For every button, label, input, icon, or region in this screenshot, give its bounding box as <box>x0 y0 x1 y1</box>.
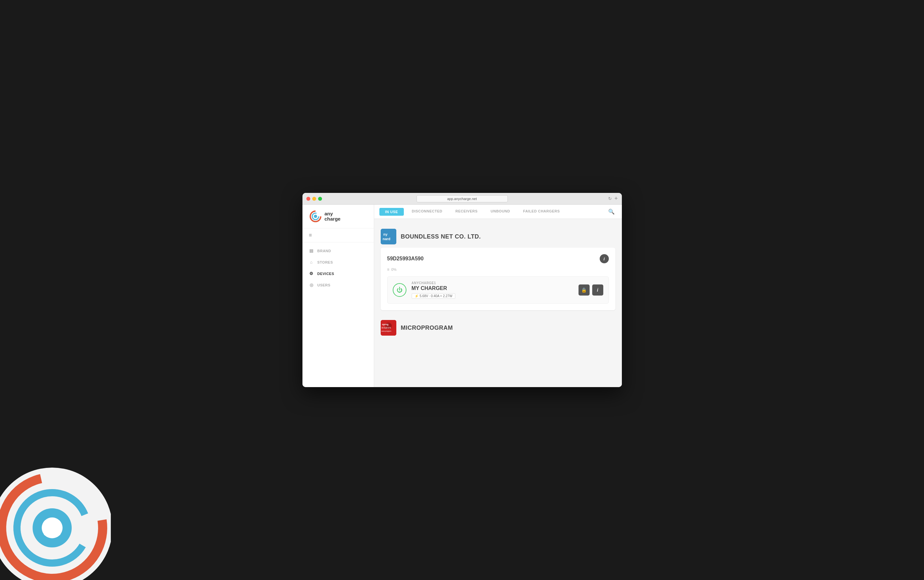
company-boundless-name: BOUNDLESS NET CO. LTD. <box>401 233 481 240</box>
svg-text:nard: nard <box>383 237 391 241</box>
sidebar: any charge ≡ ▤ BRAND ⌂ STORES ⚙ <box>302 204 374 387</box>
charger-info-button[interactable]: i <box>592 285 603 295</box>
svg-rect-3 <box>381 229 396 244</box>
big-logo-overlay <box>0 463 111 580</box>
logo-text: any charge <box>325 211 341 222</box>
tab-unbound[interactable]: UNBOUND <box>484 204 516 219</box>
charger-actions: 🔒 i <box>579 285 603 295</box>
svg-text:ny: ny <box>383 232 388 236</box>
charger-info-icon: i <box>597 287 598 293</box>
charger-item-mycharger: ⏻ ANYCHARGE1 MY CHARGER ⚡ 5.68V · 0.40A … <box>387 276 609 304</box>
device-id: 59D25993A590 <box>387 256 424 262</box>
device-card-59D25993A590: 59D25993A590 i ≡ 0% ⏻ <box>381 248 615 310</box>
svg-text:资讯股份有: 资讯股份有 <box>381 327 391 329</box>
charger-lock-button[interactable]: 🔒 <box>579 285 590 295</box>
close-button[interactable] <box>306 197 310 201</box>
sidebar-item-stores[interactable]: ⌂ STORES <box>302 257 374 268</box>
anycharge-big-logo <box>0 463 111 580</box>
sidebar-item-stores-label: STORES <box>317 260 333 264</box>
brand-icon: ▤ <box>309 248 314 253</box>
anycharge-logo-icon <box>309 210 322 223</box>
url-text: app.anycharge.net <box>447 197 477 201</box>
svg-point-15 <box>42 517 63 538</box>
device-info-button[interactable]: i <box>600 254 609 263</box>
main-content: IN USE DISCONNECTED RECEIVERS UNBOUND FA… <box>374 204 622 387</box>
stores-icon: ⌂ <box>309 260 314 265</box>
title-bar: app.anycharge.net ↻ + <box>302 193 622 204</box>
bolt-icon: ⚡ <box>414 294 419 298</box>
charger-stats-value: 5.68V · 0.40A = 2.27W <box>420 294 452 298</box>
company-microprogram: oprog 资讯股份有 www.program MICROPROGRAM <box>381 317 615 339</box>
app-layout: any charge ≡ ▤ BRAND ⌂ STORES ⚙ <box>302 204 622 387</box>
sidebar-item-users[interactable]: ◎ USERS <box>302 279 374 291</box>
fullscreen-button[interactable] <box>318 197 322 201</box>
search-button[interactable]: 🔍 <box>605 205 618 218</box>
company-boundless-header: ny nard BOUNDLESS NET CO. LTD. <box>381 226 615 248</box>
svg-point-13 <box>4 479 100 576</box>
svg-text:www.program: www.program <box>381 330 391 332</box>
charger-stats: ⚡ 5.68V · 0.40A = 2.27W <box>412 293 455 299</box>
sidebar-nav: ▤ BRAND ⌂ STORES ⚙ DEVICES ◎ USERS <box>302 242 374 293</box>
charger-name: MY CHARGER <box>412 285 573 291</box>
company-microprogram-name: MICROPROGRAM <box>401 325 453 331</box>
tabs-bar: IN USE DISCONNECTED RECEIVERS UNBOUND FA… <box>374 204 622 219</box>
tab-failed-chargers[interactable]: FAILED CHARGERS <box>516 204 566 219</box>
url-bar[interactable]: app.anycharge.net <box>417 195 508 203</box>
svg-point-2 <box>314 215 317 218</box>
browser-window: app.anycharge.net ↻ + any charge <box>302 193 622 387</box>
tab-disconnected[interactable]: DISCONNECTED <box>405 204 449 219</box>
signal-icon: ≡ <box>387 267 389 272</box>
reload-button[interactable]: ↻ <box>608 196 612 201</box>
sidebar-item-devices-label: DEVICES <box>317 272 334 276</box>
svg-point-11 <box>0 468 111 580</box>
sidebar-item-brand-label: BRAND <box>317 249 331 253</box>
signal-percent: 0% <box>391 267 397 272</box>
svg-point-12 <box>0 463 111 580</box>
minimize-button[interactable] <box>312 197 316 201</box>
svg-point-14 <box>33 508 72 547</box>
company-boundless-logo-text: ny nard <box>381 229 396 244</box>
charger-label: ANYCHARGE1 <box>412 281 573 285</box>
power-icon: ⏻ <box>397 287 403 293</box>
search-icon: 🔍 <box>608 209 615 214</box>
lock-icon: 🔒 <box>581 287 587 293</box>
sidebar-item-brand[interactable]: ▤ BRAND <box>302 245 374 257</box>
device-signal: ≡ 0% <box>387 267 609 272</box>
traffic-lights <box>306 197 322 201</box>
charger-power-button[interactable]: ⏻ <box>393 283 406 297</box>
content-area: ny nard BOUNDLESS NET CO. LTD. 59D25993A… <box>374 219 622 387</box>
tab-in-use[interactable]: IN USE <box>380 208 404 216</box>
hamburger-menu[interactable]: ≡ <box>302 228 374 242</box>
new-tab-button[interactable]: + <box>614 195 618 202</box>
sidebar-logo: any charge <box>302 204 374 228</box>
company-microprogram-logo: oprog 资讯股份有 www.program <box>381 320 396 336</box>
svg-text:oprog: oprog <box>382 323 388 326</box>
company-boundless: ny nard BOUNDLESS NET CO. LTD. 59D25993A… <box>381 226 615 310</box>
users-icon: ◎ <box>309 282 314 287</box>
company-microprogram-header: oprog 资讯股份有 www.program MICROPROGRAM <box>381 317 615 339</box>
sidebar-item-devices[interactable]: ⚙ DEVICES <box>302 268 374 279</box>
device-header: 59D25993A590 i <box>387 254 609 263</box>
company-boundless-logo: ny nard <box>381 229 396 244</box>
charger-details: ANYCHARGE1 MY CHARGER ⚡ 5.68V · 0.40A = … <box>412 281 573 299</box>
hamburger-icon: ≡ <box>309 232 312 238</box>
devices-icon: ⚙ <box>309 271 314 276</box>
tab-receivers[interactable]: RECEIVERS <box>449 204 484 219</box>
sidebar-item-users-label: USERS <box>317 283 330 287</box>
